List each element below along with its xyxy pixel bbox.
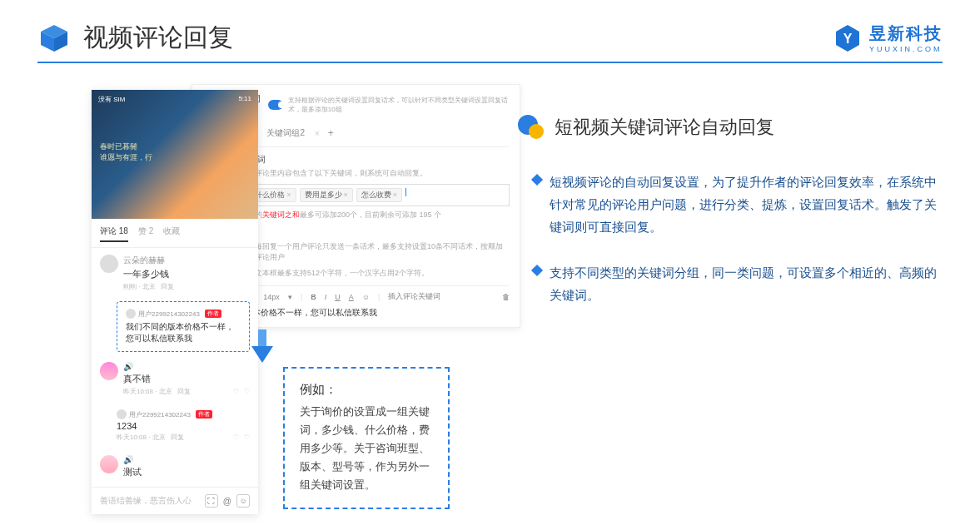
dislike-icon[interactable]: ♡ xyxy=(244,433,250,441)
comment-item: 🔊 测试 xyxy=(92,448,258,487)
screenshots-composite: 自动回复关键词评论 支持根据评论的关键词设置回复话术，可以针对不同类型关键词设置… xyxy=(25,80,491,513)
cursor-caret xyxy=(405,188,406,196)
tab-favorites[interactable]: 收藏 xyxy=(163,225,180,242)
diamond-bullet-icon xyxy=(531,174,543,186)
example-body: 关于询价的设置成一组关键词，多少钱、什么价格，费用多少等。关于咨询班型、版本、型… xyxy=(300,403,433,494)
comment-tabs: 评论 18 赞 2 收藏 xyxy=(92,219,258,248)
svg-point-8 xyxy=(529,124,544,139)
tab-keyword-group-2[interactable]: 关键词组2 xyxy=(265,124,306,142)
video-caption: 春时已暮鬓 谁愿与有涯，行 xyxy=(100,141,152,163)
avatar-small xyxy=(126,309,136,319)
reply-link[interactable]: 回复 xyxy=(177,387,191,396)
example-heading: 例如： xyxy=(300,382,433,398)
video-thumbnail: 没有 SIM 5:11 春时已暮鬓 谁愿与有涯，行 xyxy=(92,90,258,219)
description-panel: 短视频关键词评论自动回复 短视频评论的自动回复设置，为了提升作者的评论回复效率，… xyxy=(516,80,943,513)
reply-text: 我们不同的版本价格不一样，您可以私信联系我 xyxy=(126,321,241,344)
like-icon[interactable]: ♡ xyxy=(233,388,239,395)
insert-keyword-button[interactable]: 插入评论关键词 xyxy=(388,291,440,302)
brand-logo-block: Y 昱新科技 YUUXIN.COM xyxy=(833,22,943,53)
svg-marker-6 xyxy=(251,346,273,363)
avatar-small xyxy=(117,409,127,419)
comment-text: 真不错 xyxy=(123,373,250,385)
comment-input[interactable]: 善语结善缘，恶言伤人心 xyxy=(100,495,200,507)
config-header-desc: 支持根据评论的关键词设置回复话术，可以针对不同类型关键词设置回复话术，最多添加1… xyxy=(288,96,510,114)
section-heading-row: 短视频关键词评论自动回复 xyxy=(516,113,943,141)
cube-icon xyxy=(37,22,71,55)
avatar xyxy=(100,255,118,273)
bullet-item: 短视频评论的自动回复设置，为了提升作者的评论回复效率，在系统中针对常见的评论用户… xyxy=(516,171,943,238)
keyword-tag[interactable]: 费用是多少× xyxy=(300,188,353,202)
phone-status-bar: 没有 SIM 5:11 xyxy=(98,95,251,104)
reply-link[interactable]: 回复 xyxy=(171,433,184,442)
emoji-icon[interactable]: ☺ xyxy=(362,293,370,301)
bullet-item: 支持不同类型的关键词分组，同一类问题，可设置多个相近的、高频的关键词。 xyxy=(516,261,943,306)
reply-author-row: 用户2299214302243 作者 xyxy=(126,309,241,319)
comment-username: 🔊 xyxy=(123,362,250,371)
comment-item: 云朵的赫赫 一年多少钱 刚刚 · 北京 回复 xyxy=(92,248,258,298)
example-callout: 例如： 关于询价的设置成一组关键词，多少钱、什么价格，费用多少等。关于咨询班型、… xyxy=(283,367,450,509)
image-icon[interactable]: ⛶ xyxy=(205,494,218,508)
svg-text:Y: Y xyxy=(843,32,853,46)
bullet-text: 支持不同类型的关键词分组，同一类问题，可设置多个相近的、高频的关键词。 xyxy=(550,261,943,306)
tab-likes[interactable]: 赞 2 xyxy=(138,225,153,242)
underline-icon[interactable]: U xyxy=(335,293,341,301)
toggle-switch[interactable] xyxy=(268,100,283,110)
brand-cn: 昱新科技 xyxy=(869,22,943,45)
brand-text: 昱新科技 YUUXIN.COM xyxy=(869,22,943,53)
italic-icon[interactable]: I xyxy=(325,293,327,301)
avatar xyxy=(100,362,118,380)
comment-username: 🔊 xyxy=(123,455,250,464)
avatar xyxy=(100,455,118,473)
font-color-icon[interactable]: A xyxy=(349,293,354,301)
brand-logo-icon: Y xyxy=(833,23,863,53)
header-left: 视频评论回复 xyxy=(37,21,233,55)
comment-meta: 昨天10:08 · 北京 回复 ♡ ♡ xyxy=(123,387,250,396)
comment-text: 1234 xyxy=(117,421,250,431)
svg-rect-5 xyxy=(258,329,266,348)
brand-en: YUUXIN.COM xyxy=(869,45,943,53)
comment-input-bar: 善语结善缘，恶言伤人心 ⛶ @ ☺ xyxy=(92,487,258,514)
tab-comments[interactable]: 评论 18 xyxy=(100,225,128,242)
comment-text: 测试 xyxy=(123,466,250,478)
reply-link[interactable]: 回复 xyxy=(161,282,174,291)
comment-meta: 刚刚 · 北京 回复 xyxy=(123,282,250,291)
chat-bubble-icon xyxy=(516,113,545,141)
nested-author-row: 用户2299214302243 作者 xyxy=(117,409,250,419)
font-size-select[interactable]: 14px xyxy=(263,293,280,301)
comment-item: 🔊 真不错 昨天10:08 · 北京 回复 ♡ ♡ xyxy=(92,355,258,403)
dislike-icon[interactable]: ♡ xyxy=(244,388,250,395)
delete-icon[interactable]: 🗑 xyxy=(502,293,510,301)
author-badge: 作者 xyxy=(196,410,212,419)
section-title: 短视频关键词评论自动回复 xyxy=(555,115,774,140)
slide-header: 视频评论回复 Y 昱新科技 YUUXIN.COM xyxy=(0,0,980,62)
auto-reply-bubble: 用户2299214302243 作者 我们不同的版本价格不一样，您可以私信联系我 xyxy=(117,301,250,352)
comment-text: 一年多少钱 xyxy=(123,268,250,280)
diamond-bullet-icon xyxy=(531,265,543,276)
like-icon[interactable]: ♡ xyxy=(233,433,239,441)
page-title: 视频评论回复 xyxy=(83,21,233,55)
tab-close-icon-2[interactable]: × xyxy=(315,129,320,138)
keyword-tag[interactable]: 怎么收费× xyxy=(356,188,402,202)
author-badge: 作者 xyxy=(205,310,221,318)
comment-item-nested: 用户2299214302243 作者 1234 昨天10:08 · 北京 回复 … xyxy=(92,403,258,448)
mention-icon[interactable]: @ xyxy=(223,497,231,506)
bullet-text: 短视频评论的自动回复设置，为了提升作者的评论回复效率，在系统中针对常见的评论用户… xyxy=(550,171,943,238)
content-area: 自动回复关键词评论 支持根据评论的关键词设置回复话术，可以针对不同类型关键词设置… xyxy=(0,63,980,513)
emoji-picker-icon[interactable]: ☺ xyxy=(236,494,250,508)
arrow-down-icon xyxy=(250,329,275,363)
comment-meta: 昨天10:08 · 北京 回复 ♡ ♡ xyxy=(117,433,250,442)
add-tab-button[interactable]: + xyxy=(328,127,334,139)
phone-mockup: 没有 SIM 5:11 春时已暮鬓 谁愿与有涯，行 评论 18 赞 2 收藏 云… xyxy=(92,90,258,514)
comment-username: 云朵的赫赫 xyxy=(123,255,250,266)
bold-icon[interactable]: B xyxy=(311,293,316,301)
